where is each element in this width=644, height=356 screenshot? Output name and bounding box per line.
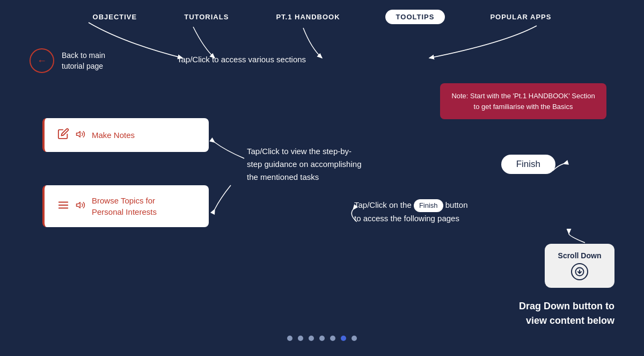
svg-marker-4	[77, 202, 80, 208]
tap-click-top-label: Tap/Click to access various sections	[177, 55, 306, 64]
edit-icon	[57, 128, 69, 142]
back-button[interactable]: ←	[30, 48, 54, 73]
make-notes-label: Make Notes	[92, 129, 135, 141]
finish-inline-ref: Finish	[414, 199, 443, 213]
dot-6-active[interactable]	[341, 336, 346, 341]
dot-2[interactable]	[298, 336, 303, 341]
pagination	[287, 336, 357, 341]
sound-icon-bottom	[76, 200, 85, 212]
nav-item-handbook[interactable]: Pt.1 HANDBOOK	[274, 10, 342, 24]
nav-bar: OBJECTIVE TUTORIALS Pt.1 HANDBOOK TOOLTI…	[0, 0, 644, 34]
browse-topics-label: Browse Topics forPersonal Interests	[92, 195, 157, 217]
back-label: Back to maintutorial page	[62, 50, 105, 71]
note-box: Note: Start with the 'Pt.1 HANDBOOK' Sec…	[440, 83, 606, 119]
tap-click-finish-label: Tap/Click on the Finish buttonto access …	[354, 199, 467, 225]
svg-marker-0	[77, 131, 80, 137]
list-icon	[57, 199, 69, 214]
nav-item-tutorials[interactable]: TUTORIALS	[182, 10, 231, 24]
dot-3[interactable]	[309, 336, 314, 341]
make-notes-card[interactable]: Make Notes	[42, 118, 209, 152]
browse-topics-card[interactable]: Browse Topics forPersonal Interests	[42, 185, 209, 227]
dot-4[interactable]	[319, 336, 325, 341]
tap-click-mid-label: Tap/Click to view the step-by- step guid…	[247, 145, 361, 184]
dot-1[interactable]	[287, 336, 292, 341]
scroll-down-icon	[571, 263, 588, 280]
finish-button[interactable]: Finish	[501, 155, 555, 174]
drag-down-text: Drag Down button to view content below	[519, 299, 614, 328]
scroll-down-label: Scroll Down	[558, 251, 602, 260]
dot-5[interactable]	[330, 336, 335, 341]
nav-item-tooltips[interactable]: TOOLTIPS	[385, 10, 445, 24]
sound-icon-top	[76, 129, 85, 141]
nav-item-objective[interactable]: OBJECTIVE	[91, 10, 140, 24]
dot-7[interactable]	[352, 336, 357, 341]
back-icon: ←	[37, 55, 47, 67]
nav-item-popular-apps[interactable]: POPULAR APPS	[488, 10, 553, 24]
scroll-down-button[interactable]: Scroll Down	[545, 244, 614, 288]
